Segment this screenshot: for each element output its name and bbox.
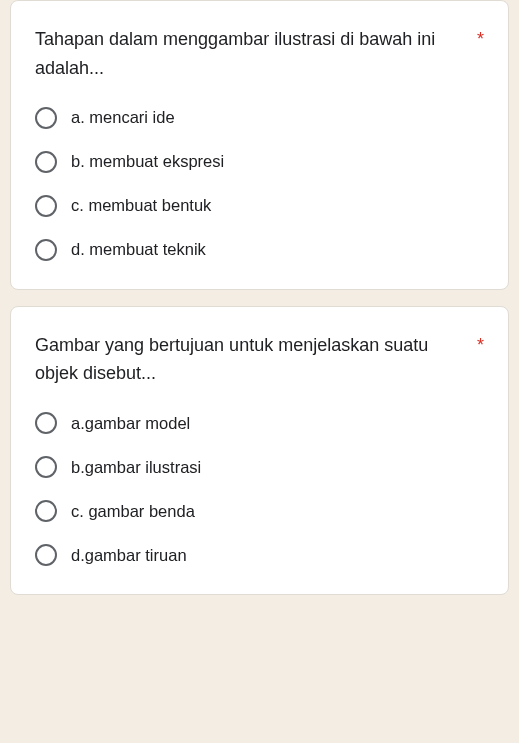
radio-icon	[35, 107, 57, 129]
options-group: a.gambar model b.gambar ilustrasi c. gam…	[35, 412, 484, 566]
option-label: c. gambar benda	[71, 502, 195, 521]
radio-icon	[35, 500, 57, 522]
radio-option[interactable]: c. membuat bentuk	[35, 195, 484, 217]
question-header: Tahapan dalam menggambar ilustrasi di ba…	[35, 25, 484, 83]
radio-option[interactable]: b.gambar ilustrasi	[35, 456, 484, 478]
option-label: d.gambar tiruan	[71, 546, 187, 565]
radio-option[interactable]: a.gambar model	[35, 412, 484, 434]
option-label: b. membuat ekspresi	[71, 152, 224, 171]
radio-icon	[35, 412, 57, 434]
required-indicator: *	[477, 25, 484, 54]
options-group: a. mencari ide b. membuat ekspresi c. me…	[35, 107, 484, 261]
option-label: a.gambar model	[71, 414, 190, 433]
radio-icon	[35, 456, 57, 478]
question-text: Tahapan dalam menggambar ilustrasi di ba…	[35, 25, 469, 83]
question-card: Tahapan dalam menggambar ilustrasi di ba…	[10, 0, 509, 290]
question-card: Gambar yang bertujuan untuk menjelaskan …	[10, 306, 509, 596]
radio-option[interactable]: a. mencari ide	[35, 107, 484, 129]
radio-option[interactable]: d. membuat teknik	[35, 239, 484, 261]
radio-icon	[35, 239, 57, 261]
required-indicator: *	[477, 331, 484, 360]
question-header: Gambar yang bertujuan untuk menjelaskan …	[35, 331, 484, 389]
option-label: a. mencari ide	[71, 108, 175, 127]
radio-icon	[35, 195, 57, 217]
radio-icon	[35, 544, 57, 566]
radio-option[interactable]: c. gambar benda	[35, 500, 484, 522]
option-label: b.gambar ilustrasi	[71, 458, 201, 477]
option-label: d. membuat teknik	[71, 240, 206, 259]
radio-icon	[35, 151, 57, 173]
radio-option[interactable]: b. membuat ekspresi	[35, 151, 484, 173]
option-label: c. membuat bentuk	[71, 196, 211, 215]
question-text: Gambar yang bertujuan untuk menjelaskan …	[35, 331, 469, 389]
radio-option[interactable]: d.gambar tiruan	[35, 544, 484, 566]
